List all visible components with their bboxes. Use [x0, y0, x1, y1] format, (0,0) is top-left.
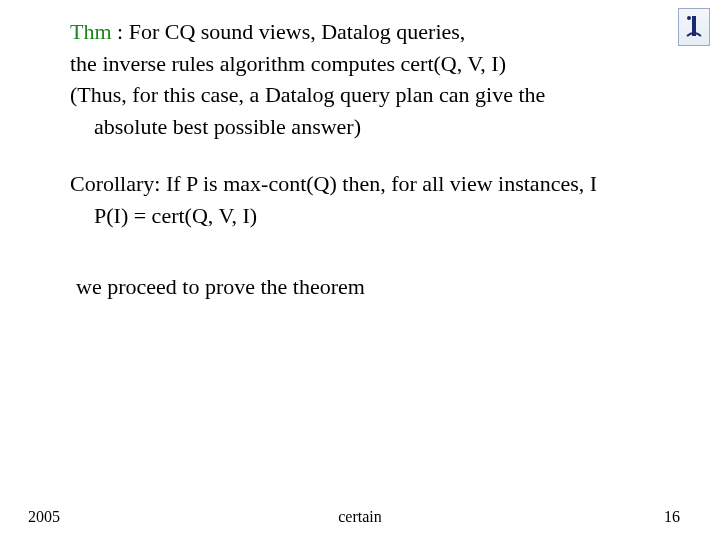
slide: Thm : For CQ sound views, Datalog querie… [0, 0, 720, 540]
proceed-text: we proceed to prove the theorem [76, 273, 680, 301]
footer-title: certain [0, 508, 720, 526]
institution-logo [678, 8, 710, 46]
theorem-line-3: (Thus, for this case, a Datalog query pl… [70, 81, 680, 109]
theorem-lead: Thm [70, 19, 112, 44]
corollary-line-1: Corollary: If P is max-cont(Q) then, for… [70, 170, 680, 198]
theorem-line-4: absolute best possible answer) [70, 113, 680, 141]
proceed-block: we proceed to prove the theorem [70, 273, 680, 301]
footer-page-number: 16 [664, 508, 680, 526]
theorem-lead-sep: : [112, 19, 129, 44]
corollary-line-2: P(I) = cert(Q, V, I) [70, 202, 680, 230]
logo-glyph-icon [685, 14, 703, 40]
corollary-block: Corollary: If P is max-cont(Q) then, for… [70, 170, 680, 229]
theorem-line-2: the inverse rules algorithm computes cer… [70, 50, 680, 78]
svg-point-1 [687, 16, 691, 20]
theorem-line-1: Thm : For CQ sound views, Datalog querie… [70, 18, 680, 46]
theorem-line-1-rest: For CQ sound views, Datalog queries, [129, 19, 466, 44]
slide-body: Thm : For CQ sound views, Datalog querie… [70, 18, 680, 305]
